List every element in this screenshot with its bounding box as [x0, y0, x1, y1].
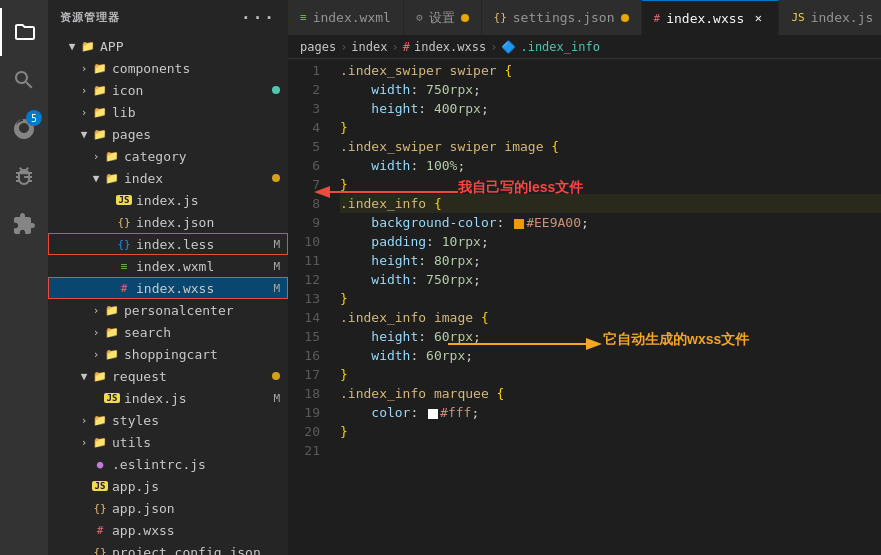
folder-icon: 📁 — [104, 304, 120, 317]
code-content[interactable]: .index_swiper swiper { width: 750rpx; he… — [328, 59, 881, 555]
sidebar-item-shoppingcart[interactable]: ›📁shoppingcart — [48, 343, 288, 365]
token: : — [410, 405, 426, 420]
chevron-icon: › — [76, 414, 92, 427]
sidebar-item-app-js[interactable]: JSapp.js — [48, 475, 288, 497]
sidebar-item-request[interactable]: ▼📁request — [48, 365, 288, 387]
item-label: index.json — [136, 215, 288, 230]
chevron-icon: › — [76, 62, 92, 75]
wxss-file-icon: # — [116, 282, 132, 295]
item-label: index — [124, 171, 272, 186]
sidebar-item-index-less[interactable]: {}index.lessM — [48, 233, 288, 255]
editor-tabs: ≡index.wxml⚙设置{}settings.json#index.wxss… — [288, 0, 881, 35]
sidebar-item-index[interactable]: ▼📁index — [48, 167, 288, 189]
tab-tab-settings-json[interactable]: {}settings.json — [482, 0, 642, 35]
sidebar-item-components[interactable]: ›📁components — [48, 57, 288, 79]
sidebar-title-text: 资源管理器 — [60, 10, 120, 25]
tab-tab-wxss[interactable]: #index.wxss✕ — [642, 0, 780, 35]
token: : — [410, 82, 426, 97]
chevron-icon: › — [88, 150, 104, 163]
wxml-file-icon: ≡ — [116, 260, 132, 273]
tab-modified-dot — [621, 14, 629, 22]
chevron-icon: › — [88, 348, 104, 361]
sidebar-item-search[interactable]: ›📁search — [48, 321, 288, 343]
token: .index_info marquee — [340, 386, 497, 401]
sidebar-item-index-js[interactable]: JSindex.js — [48, 189, 288, 211]
sidebar-item-lib[interactable]: ›📁lib — [48, 101, 288, 123]
sidebar-item-app-wxss[interactable]: #app.wxss — [48, 519, 288, 541]
files-activity-icon[interactable] — [0, 8, 48, 56]
sidebar-item-utils[interactable]: ›📁utils — [48, 431, 288, 453]
sidebar-item-pages[interactable]: ▼📁pages — [48, 123, 288, 145]
line-number-11: 11 — [288, 251, 320, 270]
line-number-17: 17 — [288, 365, 320, 384]
tab-tab-settings[interactable]: ⚙设置 — [404, 0, 482, 35]
debug-activity-icon[interactable] — [0, 152, 48, 200]
code-line-17: } — [340, 365, 881, 384]
tab-type-icon: ⚙ — [416, 11, 423, 24]
token: { — [434, 196, 442, 211]
folder-icon: 📁 — [104, 150, 120, 163]
breadcrumb-hash: # — [403, 40, 410, 54]
tab-tab-wxml[interactable]: ≡index.wxml — [288, 0, 404, 35]
item-label: category — [124, 149, 288, 164]
chevron-icon: › — [88, 304, 104, 317]
token: width — [340, 158, 410, 173]
less-file-icon: {} — [116, 238, 132, 251]
sidebar-item-styles[interactable]: ›📁styles — [48, 409, 288, 431]
item-label: lib — [112, 105, 288, 120]
sidebar-item-personalcenter[interactable]: ›📁personalcenter — [48, 299, 288, 321]
token: width — [340, 348, 410, 363]
sidebar-item-index-json[interactable]: {}index.json — [48, 211, 288, 233]
token: 80rpx — [434, 253, 473, 268]
tab-close-button[interactable]: ✕ — [750, 10, 766, 26]
token: ; — [581, 215, 589, 230]
item-label: shoppingcart — [124, 347, 288, 362]
line-number-15: 15 — [288, 327, 320, 346]
item-label: icon — [112, 83, 272, 98]
chevron-icon: › — [76, 84, 92, 97]
tab-label: 设置 — [429, 9, 455, 27]
line-number-7: 7 — [288, 175, 320, 194]
sidebar-item-index-wxml[interactable]: ≡index.wxmlM — [48, 255, 288, 277]
item-label: index.wxss — [136, 281, 273, 296]
source-control-activity-icon[interactable]: 5 — [0, 104, 48, 152]
green-dot — [272, 86, 280, 94]
token: 100% — [426, 158, 457, 173]
token: ; — [473, 82, 481, 97]
orange-dot — [272, 174, 280, 182]
wxss-file-icon: # — [92, 524, 108, 537]
sidebar-item-category[interactable]: ›📁category — [48, 145, 288, 167]
tab-label: settings.json — [513, 10, 615, 25]
tab-tab-js[interactable]: JSindex.js — [779, 0, 881, 35]
code-line-15: height: 60rpx; — [340, 327, 881, 346]
line-numbers: 123456789101112131415161718192021 — [288, 59, 328, 555]
sidebar-item-app-root[interactable]: ▼📁APP — [48, 35, 288, 57]
color-swatch — [428, 409, 438, 419]
item-label: index.less — [136, 237, 273, 252]
line-number-10: 10 — [288, 232, 320, 251]
source-control-badge: 5 — [26, 110, 42, 126]
chevron-icon: ▼ — [76, 128, 92, 141]
token: padding — [340, 234, 426, 249]
sidebar-item-req-index-js[interactable]: JSindex.jsM — [48, 387, 288, 409]
item-label: pages — [112, 127, 288, 142]
sidebar-item-icon[interactable]: ›📁icon — [48, 79, 288, 101]
extensions-activity-icon[interactable] — [0, 200, 48, 248]
code-line-5: .index_swiper swiper image { — [340, 137, 881, 156]
token: : — [418, 329, 434, 344]
search-activity-icon[interactable] — [0, 56, 48, 104]
sidebar-item-index-wxss[interactable]: #index.wxssM — [48, 277, 288, 299]
code-line-2: width: 750rpx; — [340, 80, 881, 99]
sidebar-item-project-json[interactable]: {}project.config.json — [48, 541, 288, 555]
token: { — [497, 386, 505, 401]
chevron-icon: ▼ — [64, 40, 80, 53]
token: : — [418, 253, 434, 268]
token: 60rpx — [426, 348, 465, 363]
folder-icon: 📁 — [92, 436, 108, 449]
sidebar-item-eslintrc[interactable]: ●.eslintrc.js — [48, 453, 288, 475]
token: : — [418, 101, 434, 116]
sidebar-item-app-json[interactable]: {}app.json — [48, 497, 288, 519]
sidebar-menu-dots[interactable]: ··· — [241, 8, 276, 27]
token: height — [340, 101, 418, 116]
token: 750rpx — [426, 272, 473, 287]
